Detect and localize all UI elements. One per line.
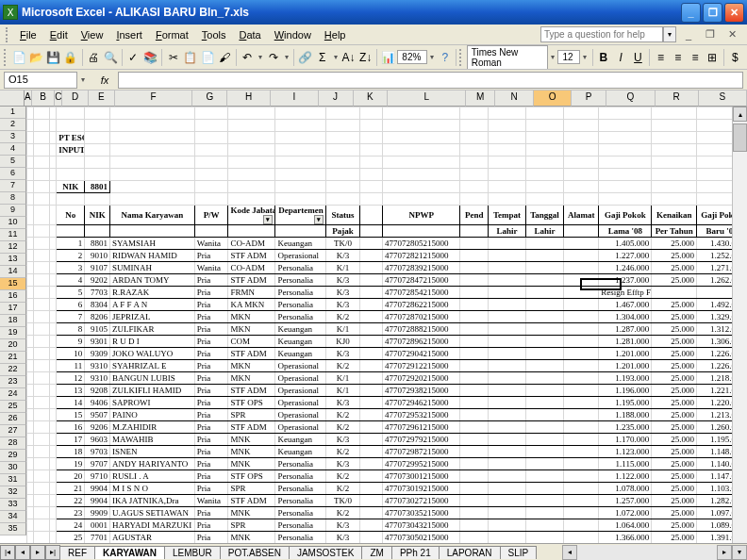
row-header-14[interactable]: 14 xyxy=(0,266,26,278)
cell-nik[interactable]: 9904 xyxy=(85,483,110,495)
col-header-C[interactable]: C xyxy=(55,91,62,107)
minimize-button[interactable]: _ xyxy=(681,3,701,23)
doc-restore-button[interactable]: ❐ xyxy=(701,26,720,43)
cell-dept[interactable]: Personalia xyxy=(275,495,326,507)
cell-nik[interactable]: 9406 xyxy=(85,397,110,409)
hdr-no[interactable]: No xyxy=(57,206,85,225)
cell-kenaikan[interactable]: 25.000 xyxy=(652,348,697,360)
cell-npwp[interactable]: 477072995215000 xyxy=(383,458,460,470)
cell-nik[interactable]: 9507 xyxy=(85,409,110,421)
cell-kode[interactable]: CO-ADM xyxy=(228,262,275,274)
currency-icon[interactable]: $ xyxy=(727,47,743,68)
col-header-L[interactable]: L xyxy=(388,91,466,107)
cell-dept[interactable]: Personalia xyxy=(275,262,326,274)
cell-pw[interactable]: Wanita xyxy=(194,238,228,250)
cell-dept[interactable]: Operasional xyxy=(275,421,326,434)
cell-pw[interactable]: Pria xyxy=(194,458,228,470)
cell-nik[interactable]: 9105 xyxy=(85,323,110,336)
sheet-tab-slip[interactable]: SLIP xyxy=(500,546,538,559)
row-header-31[interactable]: 31 xyxy=(0,474,26,486)
cell-kode[interactable]: STF OPS xyxy=(228,397,275,409)
cell-pw[interactable]: Pria xyxy=(194,507,228,519)
row-header-4[interactable]: 4 xyxy=(0,143,26,156)
cell-kenaikan[interactable] xyxy=(652,287,697,299)
row-header-18[interactable]: 18 xyxy=(0,315,26,327)
cell-nama[interactable]: RIDWAN HAMID xyxy=(110,250,195,262)
hdr-tanggal[interactable]: Tanggal xyxy=(525,206,563,225)
copy-icon[interactable]: 📋 xyxy=(182,47,198,68)
cell-status[interactable]: K/3 xyxy=(326,348,359,360)
autosum-icon[interactable]: Σ xyxy=(314,47,330,68)
row-header-26[interactable]: 26 xyxy=(0,413,26,425)
cell-dept[interactable]: Operasional xyxy=(275,397,326,409)
cell-kenaikan[interactable]: 25.000 xyxy=(652,409,697,421)
help-icon[interactable]: ? xyxy=(437,47,453,68)
cell-npwp[interactable]: 477073027215000 xyxy=(383,495,460,507)
tab-first-button[interactable]: |◂ xyxy=(0,545,15,560)
cell-npwp[interactable]: 477072896215000 xyxy=(383,336,460,348)
subtitle[interactable]: INPUT DATA KARYAWAN xyxy=(57,144,85,156)
redo-icon[interactable]: ↷ xyxy=(265,47,281,68)
maximize-button[interactable]: ❐ xyxy=(703,3,722,23)
row-header-1[interactable]: 1 xyxy=(0,107,26,119)
scroll-down-button[interactable]: ▾ xyxy=(732,545,747,560)
cell-status[interactable]: K/2 xyxy=(326,507,359,519)
row-header-12[interactable]: 12 xyxy=(0,241,26,254)
cell-kenaikan[interactable]: 25.000 xyxy=(652,250,697,262)
cell-npwp[interactable]: 477073043215000 xyxy=(383,519,460,532)
sort-desc-icon[interactable]: Z↓ xyxy=(357,47,374,68)
save-icon[interactable]: 💾 xyxy=(45,47,61,68)
cell-pw[interactable]: Pria xyxy=(194,397,228,409)
paste-icon[interactable]: 📄 xyxy=(199,47,215,68)
cell-kode[interactable]: MKN xyxy=(228,360,275,372)
cell-pw[interactable]: Pria xyxy=(194,483,228,495)
cell-no[interactable]: 9 xyxy=(57,336,85,348)
cell-dept[interactable]: Operasional xyxy=(275,250,326,262)
col-header-P[interactable]: P xyxy=(572,91,606,107)
col-header-M[interactable]: M xyxy=(466,91,495,107)
cell-nik[interactable]: 7703 xyxy=(85,287,110,299)
cell-status[interactable]: KJ0 xyxy=(326,336,359,348)
cell-nama[interactable]: SAPROWI xyxy=(110,397,195,409)
cell-pw[interactable]: Pria xyxy=(194,434,228,446)
menu-view[interactable]: View xyxy=(75,27,110,42)
close-button[interactable]: ✕ xyxy=(724,3,744,23)
name-box[interactable]: O15 xyxy=(4,72,77,89)
col-header-F[interactable]: F xyxy=(115,91,193,107)
cell-pw[interactable]: Pria xyxy=(194,274,228,287)
cell-npwp[interactable]: 477072821215000 xyxy=(383,250,460,262)
cell-no[interactable]: 7 xyxy=(57,311,85,323)
cell-gpl[interactable]: 1.257.000 xyxy=(599,495,652,507)
cell-npwp[interactable]: 477072979215000 xyxy=(383,434,460,446)
sheet-tab-laporan[interactable]: LAPORAN xyxy=(439,546,501,559)
cell-no[interactable]: 19 xyxy=(57,458,85,470)
cell-pw[interactable]: Pria xyxy=(194,360,228,372)
cell-no[interactable]: 14 xyxy=(57,397,85,409)
cell-nama[interactable]: JOKO WALUYO xyxy=(110,348,195,360)
fx-icon[interactable]: fx xyxy=(95,72,114,89)
row-header-3[interactable]: 3 xyxy=(0,131,26,143)
cell-kode[interactable]: SPR xyxy=(228,409,275,421)
cell-status[interactable]: K/1 xyxy=(326,372,359,385)
cell-no[interactable]: 15 xyxy=(57,409,85,421)
toolbar-grip[interactable] xyxy=(6,27,9,42)
row-header-27[interactable]: 27 xyxy=(0,425,26,437)
cell-pw[interactable]: Pria xyxy=(194,323,228,336)
cell-no[interactable]: 18 xyxy=(57,446,85,458)
cell-gpl[interactable]: 1.196.000 xyxy=(599,385,652,397)
cell-npwp[interactable]: 477072904215000 xyxy=(383,348,460,360)
hdr-nama[interactable]: Nama Karyawan xyxy=(110,206,195,225)
size-selector[interactable]: 12 xyxy=(557,50,580,64)
help-dropdown-icon[interactable]: ▾ xyxy=(663,26,676,42)
cell-dept[interactable]: Personalia xyxy=(275,532,326,544)
cell-pw[interactable]: Pria xyxy=(194,519,228,532)
sheet-tab-karyawan[interactable]: KARYAWAN xyxy=(94,546,165,559)
row-header-8[interactable]: 8 xyxy=(0,192,26,205)
zoom-input[interactable]: 82% xyxy=(397,50,426,64)
cell-pw[interactable]: Pria xyxy=(194,470,228,483)
cell-nik[interactable]: 9909 xyxy=(85,507,110,519)
cut-icon[interactable]: ✂ xyxy=(165,47,181,68)
cell-no[interactable]: 11 xyxy=(57,360,85,372)
cell-kenaikan[interactable]: 25.000 xyxy=(652,483,697,495)
cell-status[interactable]: K/1 xyxy=(326,262,359,274)
